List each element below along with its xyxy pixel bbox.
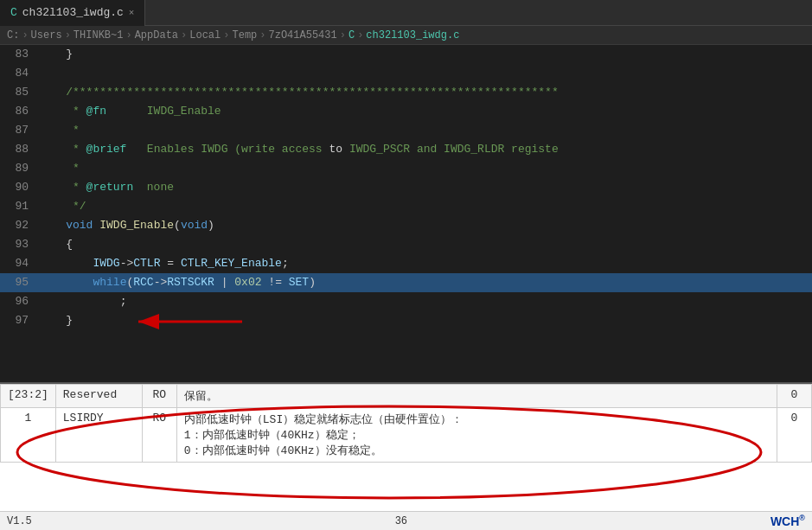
code-line-85: 85 /************************************…: [0, 83, 812, 102]
code-line-88: 88 * @brief Enables IWDG (write access t…: [0, 140, 812, 159]
code-line-95: 95 while(RCC->RSTSCKR | 0x02 != SET): [0, 273, 812, 292]
code-line-97: 97 }: [0, 311, 812, 330]
cell-reset: 0: [777, 385, 812, 408]
code-line-90: 90 * @return none: [0, 178, 812, 197]
cell-rw-lsirdy: RO: [142, 408, 176, 463]
tab-bar: C ch32l103_iwdg.c ×: [0, 0, 812, 26]
code-line-87: 87 *: [0, 121, 812, 140]
tab-c-icon: C: [10, 6, 17, 19]
tab-label: ch32l103_iwdg.c: [22, 6, 124, 19]
code-line-93: 93 {: [0, 235, 812, 254]
table-row-reserved: [23:2] Reserved RO 保留。 0: [1, 385, 812, 408]
code-line-91: 91 */: [0, 197, 812, 216]
cell-name-lsirdy: LSIRDY: [55, 408, 142, 463]
register-table: [23:2] Reserved RO 保留。 0 1 LSIRDY RO 内部低…: [0, 384, 812, 463]
breadcrumb: C: › Users › THINKB~1 › AppData › Local …: [0, 26, 812, 45]
cell-desc: 保留。: [176, 385, 777, 408]
code-line-92: 92 void IWDG_Enable(void): [0, 216, 812, 235]
version-label: V1.5: [7, 515, 32, 527]
close-icon[interactable]: ×: [129, 8, 135, 18]
cell-bits-lsirdy: 1: [1, 408, 56, 463]
code-line-86: 86 * @fn IWDG_Enable: [0, 102, 812, 121]
file-tab[interactable]: C ch32l103_iwdg.c ×: [0, 0, 145, 26]
cell-desc-lsirdy: 内部低速时钟（LSI）稳定就绪标志位（由硬件置位）： 1：内部低速时钟（40KH…: [176, 408, 777, 463]
code-line-96: 96 ;: [0, 292, 812, 311]
table-area: [23:2] Reserved RO 保留。 0 1 LSIRDY RO 内部低…: [0, 382, 812, 530]
cell-reset-lsirdy: 0: [777, 408, 812, 463]
status-bar: V1.5 36 WCH®: [0, 511, 812, 530]
code-line-83: 83 }: [0, 45, 812, 64]
code-line-89: 89 *: [0, 159, 812, 178]
code-area: 83 } 84 85 /****************************…: [0, 45, 812, 382]
wch-logo: WCH®: [770, 514, 805, 528]
code-line-84: 84: [0, 64, 812, 83]
table-row-lsirdy: 1 LSIRDY RO 内部低速时钟（LSI）稳定就绪标志位（由硬件置位）： 1…: [1, 408, 812, 463]
cell-rw: RO: [142, 385, 176, 408]
cell-name: Reserved: [55, 385, 142, 408]
code-line-94: 94 IWDG->CTLR = CTLR_KEY_Enable;: [0, 254, 812, 273]
cell-bits: [23:2]: [1, 385, 56, 408]
page-number: 36: [395, 515, 407, 527]
